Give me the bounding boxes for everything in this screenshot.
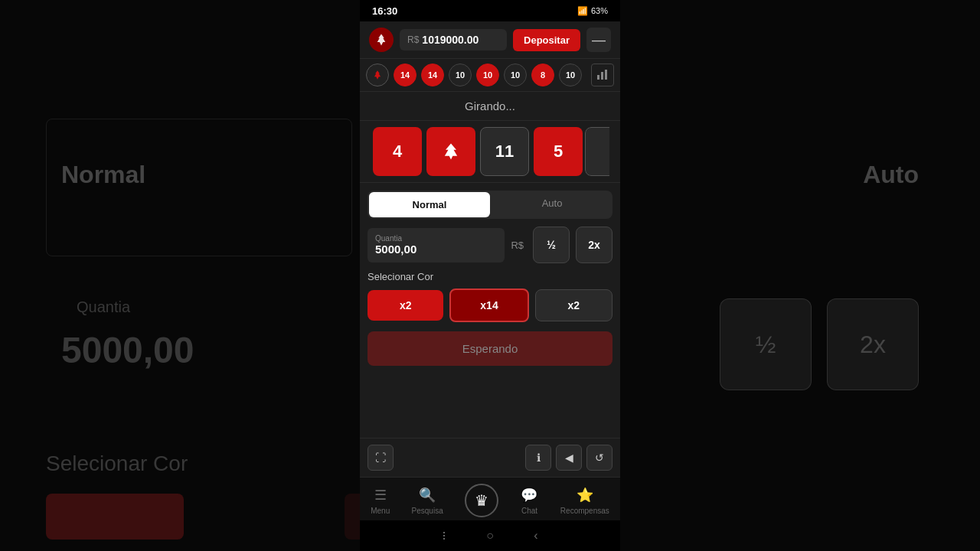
- toolbar-right-buttons: ℹ ◀ ↺: [525, 445, 612, 471]
- main-panel: 16:30 📶 63% R$ 1019000.00 Depositar — 14: [360, 0, 620, 551]
- nav-search[interactable]: 🔍 Pesquisa: [412, 486, 443, 515]
- reel-item-2: [426, 127, 475, 176]
- nav-chat[interactable]: 💬 Chat: [520, 486, 538, 515]
- crown-icon: ♛: [475, 491, 488, 510]
- android-back-btn[interactable]: ‹: [527, 527, 545, 545]
- reel-item-3: 11: [480, 127, 529, 176]
- svg-rect-2: [605, 70, 607, 80]
- history-item-2: 14: [421, 64, 444, 86]
- android-menu-btn[interactable]: ⫶: [435, 527, 453, 545]
- tab-auto[interactable]: Auto: [492, 191, 612, 219]
- deposit-button[interactable]: Depositar: [513, 29, 580, 51]
- status-bar: 16:30 📶 63%: [360, 0, 620, 21]
- history-item-1: 14: [394, 64, 416, 86]
- color-section-label: Selecionar Cor: [368, 271, 612, 282]
- bg-half-btn: ½: [720, 298, 812, 390]
- bg-quantia-label: Quantia: [77, 298, 130, 316]
- bg-red-btn-left: [46, 494, 184, 540]
- android-home-btn[interactable]: ○: [481, 527, 499, 545]
- history-item-5: 10: [504, 64, 527, 86]
- tab-normal[interactable]: Normal: [369, 192, 490, 217]
- left-overlay: Normal Quantia 5000,00 Selecionar Cor: [0, 0, 360, 551]
- expand-icon: ⛶: [375, 452, 386, 464]
- nav-rewards-label: Recompensas: [560, 507, 609, 515]
- bg-quantia-value: 5000,00: [61, 329, 194, 371]
- balance-currency: R$: [407, 34, 419, 45]
- bg-right-buttons: ½ 2x: [720, 298, 919, 390]
- color-x2-dark-button[interactable]: x2: [535, 289, 612, 321]
- info-button[interactable]: ℹ: [525, 445, 551, 471]
- chat-icon: 💬: [520, 486, 538, 504]
- history-item-7: 10: [559, 64, 582, 86]
- refresh-button[interactable]: ↺: [586, 445, 612, 471]
- status-time: 16:30: [372, 5, 397, 17]
- sound-icon: ◀: [565, 452, 573, 464]
- reel-partial: [585, 127, 609, 176]
- bg-selecionar-label: Selecionar Cor: [46, 452, 188, 476]
- android-home-icon: ○: [486, 529, 494, 543]
- bet-label: Quantia: [375, 234, 497, 243]
- info-icon: ℹ: [537, 452, 541, 464]
- spinning-text: Girando...: [465, 99, 515, 112]
- search-icon: 🔍: [418, 486, 436, 504]
- right-overlay: Auto ½ 2x: [620, 0, 980, 551]
- history-bar: 14 14 10 10 10 8 10: [360, 59, 620, 92]
- refresh-icon: ↺: [595, 452, 604, 464]
- bet-value: 5000,00: [375, 243, 416, 256]
- half-bet-button[interactable]: ½: [533, 227, 570, 263]
- bet-row: Quantia 5000,00 R$ ½ 2x: [368, 227, 612, 263]
- wifi-icon: 📶: [577, 6, 588, 16]
- chart-icon[interactable]: [591, 64, 614, 86]
- bet-currency: R$: [511, 240, 524, 251]
- nav-chat-label: Chat: [521, 507, 537, 515]
- status-icons: 📶 63%: [577, 6, 608, 16]
- reel-area: 4 11 5: [360, 121, 620, 183]
- battery-text: 63%: [591, 6, 608, 15]
- spacer: [360, 366, 620, 438]
- bg-auto-label: Auto: [863, 161, 919, 189]
- top-header: R$ 1019000.00 Depositar —: [360, 21, 620, 59]
- color-x14-button[interactable]: x14: [449, 289, 528, 322]
- history-logo: [366, 64, 389, 86]
- minus-icon: —: [592, 32, 606, 48]
- nav-home[interactable]: ♛: [465, 484, 498, 517]
- header-menu-button[interactable]: —: [586, 28, 611, 52]
- bg-double-btn: 2x: [827, 298, 919, 390]
- color-options: x2 x14 x2: [368, 289, 612, 322]
- color-section: Selecionar Cor x2 x14 x2: [360, 263, 620, 322]
- bg-normal-label: Normal: [61, 161, 145, 189]
- mode-tabs: Normal Auto: [368, 191, 612, 219]
- reel-item-4: 5: [534, 127, 583, 176]
- svg-rect-0: [597, 75, 599, 80]
- balance-amount: 1019000.00: [422, 34, 479, 46]
- action-button[interactable]: Esperando: [368, 331, 612, 366]
- android-nav-bar: ⫶ ○ ‹: [360, 520, 620, 551]
- balance-display: R$ 1019000.00: [400, 29, 507, 51]
- history-item-6: 8: [531, 64, 554, 86]
- bet-section: Quantia 5000,00 R$ ½ 2x: [360, 219, 620, 263]
- svg-rect-1: [601, 72, 603, 80]
- nav-search-label: Pesquisa: [412, 507, 443, 515]
- nav-menu-label: Menu: [371, 507, 390, 515]
- reel-item-1: 4: [373, 127, 422, 176]
- android-menu-icon: ⫶: [441, 529, 447, 543]
- logo-icon: [369, 28, 394, 52]
- rewards-icon: ⭐: [576, 486, 594, 504]
- spinning-status: Girando...: [360, 92, 620, 121]
- menu-icon: ☰: [371, 486, 390, 504]
- home-crown-button[interactable]: ♛: [465, 484, 498, 517]
- history-item-4: 10: [476, 64, 499, 86]
- bet-input-wrap: Quantia 5000,00: [368, 228, 505, 262]
- nav-bar: ☰ Menu 🔍 Pesquisa ♛ 💬 Chat ⭐ Recompensas: [360, 477, 620, 520]
- bottom-toolbar: ⛶ ℹ ◀ ↺: [360, 438, 620, 477]
- sound-button[interactable]: ◀: [556, 445, 582, 471]
- history-item-3: 10: [449, 64, 472, 86]
- expand-button[interactable]: ⛶: [368, 445, 394, 471]
- android-back-icon: ‹: [534, 529, 537, 543]
- nav-menu[interactable]: ☰ Menu: [371, 486, 390, 515]
- double-bet-button[interactable]: 2x: [576, 227, 612, 263]
- color-x2-button[interactable]: x2: [368, 290, 443, 321]
- nav-rewards[interactable]: ⭐ Recompensas: [560, 486, 609, 515]
